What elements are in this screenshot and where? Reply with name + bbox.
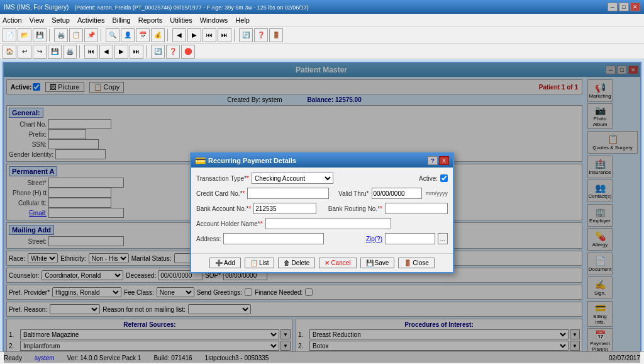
save-button[interactable]: 💾 Save — [360, 258, 395, 268]
delete-button[interactable]: 🗑 Delete — [278, 258, 315, 268]
restore-button[interactable]: □ — [619, 3, 629, 11]
menu-activities[interactable]: Activities — [77, 16, 104, 24]
tb2-stop[interactable]: 🛑 — [181, 45, 195, 59]
zip-input[interactable] — [385, 233, 435, 244]
modal-footer: ➕ Add 📋 List 🗑 Delete ✕ Cancel — [191, 253, 453, 272]
valid-thru-format: mm/yyyy — [426, 190, 448, 196]
tb2-sep — [79, 45, 82, 58]
tb2-refresh[interactable]: 🔄 — [151, 45, 165, 59]
menu-help[interactable]: Help — [235, 16, 250, 24]
tb2-nav3[interactable]: ▶ — [114, 45, 128, 59]
tb-next-btn[interactable]: ▶ — [187, 28, 201, 42]
tb-first-btn[interactable]: ⏮ — [203, 28, 216, 42]
tb-sep-4 — [234, 29, 236, 42]
tb2-save2[interactable]: 💾 — [48, 45, 62, 59]
modal-body: Transaction Type* Checking Account Activ… — [191, 168, 453, 253]
modal-help-button[interactable]: ? — [428, 156, 438, 165]
address-label: Address: — [196, 236, 221, 242]
cancel-icon: ✕ — [325, 259, 330, 266]
app-title: IMS (IMS, For Surgery) (Patient: Aaron, … — [4, 4, 309, 11]
close-button[interactable]: ✕ — [630, 3, 640, 11]
credit-card-input[interactable] — [247, 188, 329, 199]
modal-header-icon: 💳 — [195, 156, 206, 166]
bank-account-label: Bank Account No.* — [196, 205, 251, 212]
modal-header: 💳 Recurring Payment Details ? X — [191, 154, 453, 168]
menu-windows[interactable]: Windows — [200, 16, 228, 24]
modal-close-button[interactable]: X — [439, 156, 449, 165]
tb-refresh-btn[interactable]: 🔄 — [239, 28, 253, 42]
tb-search-btn[interactable]: 🔍 — [106, 28, 119, 42]
transaction-type-label: Transaction Type* — [196, 175, 249, 182]
active-modal-label: Active: — [419, 175, 438, 182]
tb-exit-btn[interactable]: 🚪 — [269, 28, 283, 42]
tb-sep-3 — [167, 29, 170, 42]
tb-last-btn[interactable]: ⏭ — [218, 28, 231, 42]
acct-holder-input[interactable] — [265, 218, 391, 229]
delete-icon: 🗑 — [284, 259, 290, 266]
transaction-row: Transaction Type* Checking Account Activ… — [196, 173, 448, 184]
add-button[interactable]: ➕ Add — [209, 258, 241, 268]
tb2-btn1[interactable]: 🏠 — [3, 45, 16, 59]
tb2-btn2[interactable]: ↩ — [18, 45, 31, 59]
bank-routing-input[interactable] — [385, 203, 448, 214]
tb2-nav2[interactable]: ◀ — [99, 45, 113, 59]
tb-prev-btn[interactable]: ◀ — [172, 28, 186, 42]
list-button[interactable]: 📋 List — [245, 258, 275, 268]
menu-billing[interactable]: Billing — [112, 16, 130, 24]
menu-setup[interactable]: Setup — [52, 16, 70, 24]
tb-open-btn[interactable]: 📂 — [18, 28, 31, 42]
bank-account-input[interactable] — [253, 203, 316, 214]
zip-label: Zip(?) — [366, 236, 382, 242]
tb-bill-btn[interactable]: 💰 — [151, 28, 165, 42]
bank-routing-label: Bank Routing No.* — [328, 205, 382, 212]
tb2-nav1[interactable]: ⏮ — [84, 45, 98, 59]
title-bar: IMS (IMS, For Surgery) (Patient: Aaron, … — [0, 0, 644, 14]
save-icon: 💾 — [366, 259, 374, 266]
tb-patient-btn[interactable]: 👤 — [121, 28, 135, 42]
tb2-help[interactable]: ❓ — [166, 45, 180, 59]
tb-new-btn[interactable]: 📄 — [3, 28, 16, 42]
menu-utilities[interactable]: Utilities — [170, 16, 192, 24]
toolbar-2: 🏠 ↩ ↪ 💾 🖨️ ⏮ ◀ ▶ ⏭ 🔄 ❓ 🛑 — [0, 44, 644, 59]
cancel-button[interactable]: ✕ Cancel — [319, 258, 356, 268]
modal-overlay: 💳 Recurring Payment Details ? X Transact… — [4, 63, 640, 363]
bank-account-row: Bank Account No.* Bank Routing No.* — [196, 203, 448, 214]
tb2-nav4[interactable]: ⏭ — [130, 45, 143, 59]
address-row: Address: Zip(?) … — [196, 233, 448, 244]
tb-appt-btn[interactable]: 📅 — [136, 28, 150, 42]
tb2-sep2 — [146, 45, 148, 58]
zip-search-btn[interactable]: … — [438, 233, 448, 244]
valid-thru-label: Valid Thru* — [338, 190, 369, 197]
acct-holder-label: Account Holder Name* — [196, 220, 263, 227]
close-footer-icon: 🚪 — [404, 259, 411, 266]
tb-help-btn[interactable]: ❓ — [254, 28, 268, 42]
close-footer-button[interactable]: 🚪 Close — [398, 258, 435, 268]
transaction-type-select[interactable]: Checking Account — [252, 173, 333, 184]
add-icon: ➕ — [215, 259, 223, 266]
valid-thru-input[interactable] — [372, 188, 422, 199]
credit-card-label: Credit Card No.* — [196, 190, 245, 197]
toolbar-1: 📄 📂 💾 🖨️ 📋 📌 🔍 👤 📅 💰 ◀ ▶ ⏮ ⏭ 🔄 ❓ 🚪 — [0, 26, 644, 44]
tb-paste-btn[interactable]: 📌 — [84, 28, 98, 42]
active-modal-checkbox[interactable] — [440, 174, 448, 182]
address-input[interactable] — [223, 233, 324, 244]
tb-save-btn[interactable]: 💾 — [33, 28, 47, 42]
minimize-button[interactable]: ─ — [608, 3, 618, 11]
tb-sep-2 — [101, 29, 103, 42]
menu-bar: Action View Setup Activities Billing Rep… — [0, 14, 644, 26]
tb2-btn4[interactable]: 🖨️ — [63, 45, 77, 59]
tb2-btn3[interactable]: ↪ — [33, 45, 47, 59]
tb-sep-1 — [49, 29, 52, 42]
tb-copy-btn[interactable]: 📋 — [69, 28, 83, 42]
recurring-payment-modal: 💳 Recurring Payment Details ? X Transact… — [190, 152, 454, 273]
modal-title: Recurring Payment Details — [208, 157, 296, 164]
list-icon: 📋 — [250, 259, 258, 266]
menu-view[interactable]: View — [30, 16, 45, 24]
menu-action[interactable]: Action — [3, 16, 22, 24]
menu-reports[interactable]: Reports — [138, 16, 163, 24]
window-controls: ─ □ ✕ — [608, 3, 640, 11]
tb-print-btn[interactable]: 🖨️ — [54, 28, 68, 42]
credit-card-row: Credit Card No.* Valid Thru* mm/yyyy — [196, 188, 448, 199]
acct-holder-row: Account Holder Name* — [196, 218, 448, 229]
